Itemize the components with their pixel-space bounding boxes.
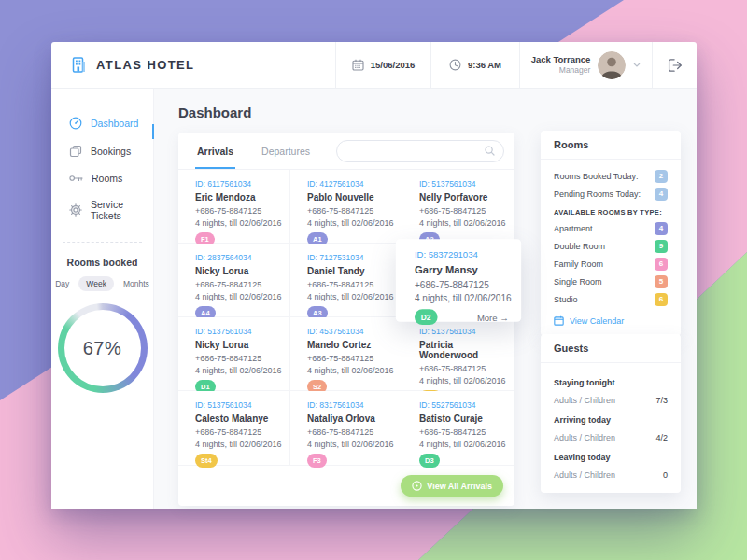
guest-stay: 4 nights, till 02/06/2016	[307, 292, 402, 301]
gauge-icon	[69, 117, 82, 130]
arrivals-footer: View All Arrivals	[178, 465, 514, 506]
rooms-booked-title: Rooms booked	[51, 257, 153, 268]
sidebar-item-label: Service Tickets	[91, 199, 153, 221]
sidebar-item-dashboard[interactable]: Dashboard	[51, 109, 153, 137]
more-link[interactable]: More →	[477, 312, 509, 322]
sidebar-item-service-tickets[interactable]: Service Tickets	[51, 191, 153, 229]
arrivals-card: Arrivals Departures	[178, 133, 514, 506]
rooms-panel-title: Rooms	[541, 131, 681, 160]
stat-badge: 4	[655, 188, 668, 201]
user-menu[interactable]: Jack Torrance Manager	[519, 42, 652, 88]
rooms-booked-range-tabs: Day Week Monhts	[51, 276, 153, 291]
guest-name: Nicky Lorua	[195, 340, 289, 350]
avatar[interactable]	[598, 51, 626, 79]
room-type-count: 6	[655, 258, 668, 271]
guest-phone: +686-75-8847125	[195, 354, 289, 363]
room-type-count: 5	[655, 275, 668, 288]
gear-icon	[69, 203, 82, 217]
room-type-count: 6	[655, 293, 668, 306]
guests-group-label: Staying tonight	[554, 378, 668, 392]
tab-departures[interactable]: Departures	[260, 134, 312, 168]
sidebar-item-label: Dashboard	[91, 118, 138, 129]
range-tab-months[interactable]: Monhts	[120, 276, 153, 291]
user-name: Jack Torrance	[531, 54, 591, 65]
room-type-row: Single Room 5	[554, 273, 668, 290]
guest-stay: 4 nights, till 02/06/2016	[307, 218, 402, 228]
guest-stay: 4 nights, till 02/06/2016	[307, 366, 402, 375]
guest-stay: 4 nights, till 02/06/2016	[195, 440, 289, 449]
arrival-card[interactable]: ID: 6117561034 Eric Mendoza +686-75-8847…	[178, 170, 290, 244]
window-body: Dashboard Bookings	[51, 89, 697, 509]
guests-row: Adults / Children 0	[554, 467, 668, 483]
arrival-card[interactable]: ID: 4537561034 Manelo Cortez +686-75-884…	[290, 317, 402, 391]
range-tab-week[interactable]: Week	[78, 276, 114, 291]
guest-stay: 4 nights, till 02/06/2016	[195, 218, 289, 228]
rooms-panel: Rooms Rooms Booked Today: 2 Pending Room…	[541, 131, 681, 336]
guests-row: Adults / Children 7/3	[554, 392, 668, 408]
sidebar-item-bookings[interactable]: Bookings	[51, 137, 153, 165]
arrival-card[interactable]: ID: 8317561034 Nataliya Orlova +686-75-8…	[290, 391, 402, 465]
guests-panel-title: Guests	[541, 334, 681, 363]
arrival-card[interactable]: ID: 5137561034 Nelly Porfavore +686-75-8…	[402, 170, 514, 244]
room-type-row: Apartment 4	[554, 219, 668, 237]
tab-arrivals[interactable]: Arrivals	[195, 134, 235, 168]
range-tab-day[interactable]: Day	[51, 276, 73, 291]
donut-hole: 67%	[64, 310, 141, 386]
arrival-card[interactable]: ID: 5137561034 Calesto Malanye +686-75-8…	[178, 391, 290, 465]
sidebar: Dashboard Bookings	[51, 89, 154, 509]
guest-id: ID: 2837564034	[195, 253, 289, 262]
guest-name: Pablo Nouvelle	[307, 192, 402, 203]
guest-name: Nataliya Orlova	[307, 413, 402, 424]
chevron-down-icon	[633, 63, 641, 67]
arrival-card[interactable]: ID: 4127561034 Pablo Nouvelle +686-75-88…	[290, 170, 402, 244]
room-type-label: Family Room	[554, 259, 603, 269]
guest-stay: 4 nights, till 02/06/2016	[419, 440, 514, 449]
guest-id: ID: 5137561034	[195, 327, 289, 336]
stat-badge: 2	[655, 170, 668, 183]
view-all-arrivals-button[interactable]: View All Arrivals	[401, 475, 503, 497]
brand: ATLAS HOTEL	[51, 42, 335, 88]
view-calendar-label: View Calendar	[570, 316, 624, 326]
arrival-card[interactable]: ID: 5137561034 Patricia Wonderwood +686-…	[402, 317, 514, 391]
view-calendar-link[interactable]: View Calendar	[554, 315, 668, 326]
guest-phone: +686-75-8847125	[307, 280, 402, 289]
guest-phone: +686-75-8847125	[195, 280, 289, 289]
user-meta: Jack Torrance Manager	[531, 54, 591, 76]
search-input[interactable]	[345, 147, 485, 156]
desktop-background: ATLAS HOTEL 15/06/2016	[0, 0, 747, 560]
search-box[interactable]	[336, 140, 504, 162]
bookings-icon	[69, 145, 82, 158]
guest-name: Eric Mendoza	[195, 192, 289, 203]
guest-phone: +686-75-8847125	[307, 427, 402, 437]
arrival-card[interactable]: ID: 2837564034 Nicky Lorua +686-75-88471…	[178, 244, 290, 317]
guest-phone: +686-75-8847125	[307, 206, 402, 216]
room-type-row: Studio 6	[554, 290, 668, 308]
logout-button[interactable]	[652, 42, 697, 88]
arrival-card[interactable]: ID: 5527561034 Batisto Curaje +686-75-88…	[402, 391, 514, 465]
arrival-card[interactable]: ID: 7127531034 Daniel Tandy +686-75-8847…	[290, 244, 402, 317]
guest-phone: +686-75-8847125	[419, 364, 514, 373]
room-type-label: Studio	[554, 295, 578, 304]
room-type-count: 4	[655, 222, 668, 235]
sidebar-divider	[63, 242, 142, 243]
guest-id: ID: 8317561034	[307, 400, 402, 410]
guest-phone: +686-75-8847125	[419, 206, 514, 216]
guest-phone: +686-75-8847125	[195, 427, 289, 437]
hotel-logo-icon	[70, 56, 88, 74]
view-all-label: View All Arrivals	[427, 482, 492, 491]
guest-stay: 4 nights, till 02/06/2016	[307, 440, 402, 449]
search-icon	[485, 146, 495, 156]
arrival-card[interactable]: ID: 5137561034 Nicky Lorua +686-75-88471…	[178, 317, 290, 391]
room-badge: D2	[415, 309, 437, 325]
sidebar-item-rooms[interactable]: Rooms	[51, 165, 153, 191]
arrival-card-highlighted[interactable]: ID: 5837291034 Garry Mansy +686-75-88471…	[396, 239, 521, 321]
guest-stay: 4 nights, till 02/06/2016	[415, 294, 521, 304]
guest-name: Batisto Curaje	[419, 413, 514, 424]
key-icon	[69, 174, 83, 183]
guest-id: ID: 5137561034	[419, 179, 514, 189]
room-type-count: 9	[655, 240, 668, 253]
guests-row-value: 0	[663, 470, 668, 480]
sidebar-item-label: Rooms	[92, 173, 122, 184]
guest-name: Daniel Tandy	[307, 266, 402, 276]
calendar-icon	[352, 59, 364, 71]
